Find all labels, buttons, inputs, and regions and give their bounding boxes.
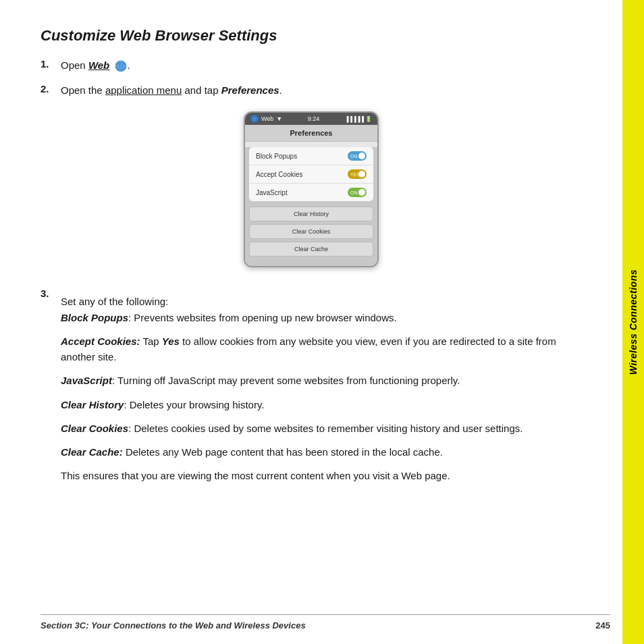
block-popups-desc: Block Popups: Prevents websites from ope… — [61, 310, 582, 325]
block-popups-row: Block Popups ON — [249, 147, 373, 165]
accept-cookies-desc: Accept Cookies: Tap Yes to allow cookies… — [61, 333, 582, 365]
clear-cache-desc: Clear Cache: Deletes any Web page conten… — [61, 444, 582, 460]
accept-cookies-term: Accept Cookies: — [61, 336, 140, 347]
phone-mockup-container: Web ▼ 9:24 ▐▐▐▐▐ 🔋 Preferences Block Pop… — [41, 111, 582, 267]
web-app-icon — [250, 115, 259, 123]
javascript-toggle[interactable]: ON — [348, 188, 367, 197]
status-app-name: Web — [261, 115, 273, 122]
status-left: Web ▼ — [250, 115, 282, 123]
step-2-text: Open the application menu and tap Prefer… — [61, 84, 282, 96]
step-3: 3. Set any of the following: Block Popup… — [41, 288, 582, 492]
clear-history-term: Clear History — [61, 399, 124, 410]
block-popups-label: Block Popups — [256, 153, 297, 160]
phone-mockup: Web ▼ 9:24 ▐▐▐▐▐ 🔋 Preferences Block Pop… — [244, 111, 379, 267]
globe-icon — [115, 60, 127, 72]
clear-history-desc: Clear History: Deletes your browsing his… — [61, 397, 582, 412]
block-popups-toggle[interactable]: ON — [348, 151, 367, 161]
phone-body: Block Popups ON Accept Cookies YES — [245, 147, 377, 266]
phone-bottom-spacer — [245, 259, 377, 266]
step-1-text: Open Web . — [61, 59, 130, 71]
step-1-content: Open Web . — [61, 58, 582, 74]
footer-section: Section 3C: Your Connections to the Web … — [41, 620, 306, 630]
main-content: Customize Web Browser Settings 1. Open W… — [0, 0, 622, 644]
step-2-number: 2. — [41, 83, 61, 95]
clear-cookies-term: Clear Cookies — [61, 423, 128, 434]
preferences-label: Preferences — [221, 84, 279, 96]
javascript-row: JavaScript ON — [249, 184, 373, 201]
signal-bars: ▐▐▐▐▐ — [345, 116, 364, 122]
phone-status-bar: Web ▼ 9:24 ▐▐▐▐▐ 🔋 — [245, 113, 377, 125]
step-3-number: 3. — [41, 288, 61, 299]
step-1: 1. Open Web . — [41, 58, 582, 74]
battery-icon: 🔋 — [365, 116, 372, 122]
clear-cache-button[interactable]: Clear Cache — [249, 242, 373, 257]
yes-label: Yes — [162, 336, 180, 347]
footer-page-number: 245 — [595, 620, 610, 630]
side-tab-label: Wireless Connections — [628, 269, 639, 375]
application-menu-link[interactable]: application menu — [105, 84, 182, 96]
clear-cookies-desc: Clear Cookies: Deletes cookies used by s… — [61, 421, 582, 436]
javascript-label: JavaScript — [256, 189, 288, 196]
phone-prefs-title: Preferences — [245, 125, 377, 142]
status-time: 9:24 — [308, 115, 320, 122]
step-2-content: Open the application menu and tap Prefer… — [61, 83, 582, 99]
javascript-term: JavaScript — [61, 375, 112, 386]
clear-cache-term: Clear Cache: — [61, 446, 123, 458]
prefs-section: Block Popups ON Accept Cookies YES — [249, 147, 373, 201]
javascript-desc: JavaScript: Turning off JavaScript may p… — [61, 373, 582, 388]
step-1-number: 1. — [41, 58, 61, 70]
closing-text: This ensures that you are viewing the mo… — [61, 468, 582, 483]
step-3-content: Set any of the following: Block Popups: … — [61, 294, 582, 492]
signal-icons: ▐▐▐▐▐ 🔋 — [345, 116, 372, 122]
block-popups-term: Block Popups — [61, 312, 128, 323]
footer: Section 3C: Your Connections to the Web … — [41, 614, 610, 630]
page-title: Customize Web Browser Settings — [41, 27, 582, 45]
step-3-intro: Set any of the following: — [61, 296, 168, 307]
clear-history-button[interactable]: Clear History — [249, 207, 373, 221]
accept-cookies-row: Accept Cookies YES — [249, 165, 373, 184]
side-tab: Wireless Connections — [622, 0, 644, 644]
status-arrow: ▼ — [276, 115, 282, 122]
accept-cookies-toggle[interactable]: YES — [348, 169, 367, 179]
step-2: 2. Open the application menu and tap Pre… — [41, 83, 582, 99]
clear-cookies-button[interactable]: Clear Cookies — [249, 224, 373, 239]
accept-cookies-label: Accept Cookies — [256, 171, 302, 178]
web-link[interactable]: Web — [88, 59, 109, 71]
